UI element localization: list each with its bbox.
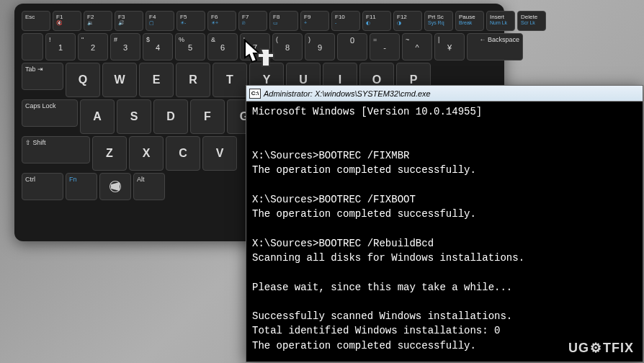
key-label: S [130,110,138,123]
key-toplabel: % [179,36,184,43]
key-8[interactable]: (8 [272,33,303,60]
key-label: 2 [91,43,95,52]
key-v[interactable]: V [202,136,237,171]
key-toplabel: | [438,36,439,43]
key-label: F11 [366,14,376,20]
key-f[interactable]: F [190,99,225,134]
key-label: W [114,73,125,86]
key-pause[interactable]: PauseBreak [455,11,484,31]
key-label: Prt Sc [428,14,444,20]
key-z[interactable]: Z [92,136,127,171]
key-d[interactable]: D [153,99,188,134]
key-a[interactable]: A [80,99,115,134]
key-f2[interactable]: F2🔉 [84,11,112,31]
key-4[interactable]: $4 [143,33,173,60]
key-sublabel: Break [459,20,472,25]
key-sublabel: 🔉 [87,20,94,26]
key-r[interactable]: R [176,63,210,97]
watermark-logo: UG⚙TFIX [568,340,634,356]
key-fn[interactable]: Fn [66,173,97,200]
key-shift[interactable]: ⇧ Shift [22,136,90,163]
key-label: Insert [490,14,504,20]
key-f8[interactable]: F8▭ [269,11,298,31]
key-grave[interactable] [22,33,43,60]
key-toplabel: " [81,36,84,43]
key-f6[interactable]: F6☀+ [207,11,236,31]
key-label: F1 [56,14,63,20]
key-9[interactable]: )9 [305,33,335,60]
key-f5[interactable]: F5☀- [176,11,205,31]
key-f12[interactable]: F12◑ [393,11,422,31]
key-label: F3 [118,14,125,20]
key-f10[interactable]: F10- [331,11,360,31]
key-0[interactable]: 0 [337,33,367,60]
key-sublabel: ◑ [397,20,401,26]
key-sublabel: ▢ [149,20,154,26]
key-t[interactable]: T [213,63,247,97]
key-label: F2 [87,14,94,20]
key-f9[interactable]: F9+ [300,11,329,31]
cmd-window: C:\ Administrator: X:\windows\SYSTEM32\c… [246,85,643,362]
key-label: 3 [123,43,128,52]
key-label: ^ [415,43,419,52]
key-1[interactable]: !1 [45,33,76,60]
gear-icon: ⚙ [590,340,602,356]
key-toplabel: $ [146,36,150,43]
key-f1[interactable]: F1🔇 [53,11,81,31]
cmd-titlebar[interactable]: C:\ Administrator: X:\windows\SYSTEM32\c… [246,86,643,102]
key-label: 8 [285,43,290,52]
key-s[interactable]: S [117,99,151,134]
key-sublabel: Sys Rq [428,20,444,25]
key-esc[interactable]: Esc [22,11,50,31]
key-sublabel: 🔊 [118,20,125,26]
key-alt[interactable]: Alt [133,173,165,200]
key-sublabel: 🔇 [56,20,63,26]
key-sublabel: ◐ [366,20,370,26]
key-delete[interactable]: DeleteScr Lk [517,11,546,31]
key-label: 7 [253,43,257,52]
key-insert[interactable]: InsertNum Lk [486,11,515,31]
key-label: 9 [318,43,322,52]
watermark-post: TFIX [603,341,634,356]
key-label: Tab ⇥ [25,66,43,73]
key--[interactable]: =- [370,33,400,60]
key-toplabel: # [114,36,117,43]
cmd-icon: C:\ [249,89,261,99]
key-prtsc[interactable]: Prt ScSys Rq [424,11,453,31]
key-ctrl[interactable]: Ctrl [22,173,63,200]
key-label: ⇧ Shift [25,139,46,146]
key-5[interactable]: %5 [175,33,205,60]
key-2[interactable]: "2 [78,33,108,60]
key-backspace[interactable]: ← Backspace [467,33,523,60]
key-sublabel: ☀+ [211,20,218,26]
key-sublabel: Scr Lk [521,20,535,25]
key-tab[interactable]: Tab ⇥ [22,63,63,90]
key-windows[interactable] [99,173,131,200]
key-6[interactable]: &6 [207,33,238,60]
key-f3[interactable]: F3🔊 [115,11,143,31]
key-f11[interactable]: F11◐ [362,11,391,31]
key-w[interactable]: W [102,63,137,97]
key-label: F9 [304,14,310,20]
key-^[interactable]: ~^ [402,33,432,60]
key-e[interactable]: E [139,63,174,97]
key-label: - [383,43,386,52]
key-¥[interactable]: |¥ [434,33,465,60]
key-label: X [143,147,151,160]
key-label: Q [79,73,87,86]
key-label: Fn [69,176,77,183]
key-sublabel: ▭ [273,20,278,26]
key-toplabel: ( [276,36,278,43]
key-label: ¥ [447,43,452,52]
key-7[interactable]: '7 [240,33,270,60]
key-f7[interactable]: F7⎚ [238,11,267,31]
key-capslock[interactable]: Caps Lock [22,99,78,127]
key-3[interactable]: #3 [110,33,140,60]
key-label: 0 [350,36,354,45]
key-x[interactable]: X [129,136,164,171]
key-c[interactable]: C [166,136,200,171]
key-sublabel: - [335,20,336,25]
key-f4[interactable]: F4▢ [146,11,174,31]
key-label: E [153,73,161,86]
key-q[interactable]: Q [66,63,100,97]
